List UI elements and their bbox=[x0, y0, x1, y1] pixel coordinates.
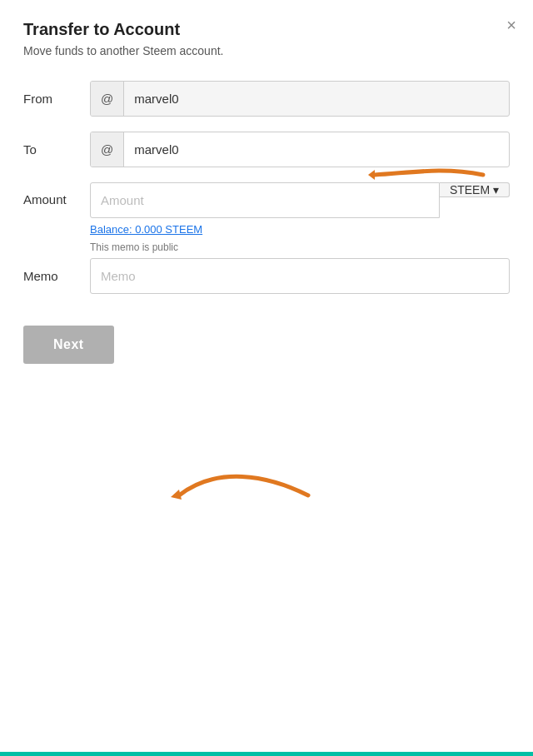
close-button[interactable]: × bbox=[506, 17, 516, 33]
from-row: From @ bbox=[23, 81, 510, 117]
memo-row: Memo bbox=[23, 258, 510, 294]
to-input[interactable] bbox=[124, 132, 509, 167]
from-input-wrapper: @ bbox=[90, 81, 510, 117]
amount-row: Amount STEEM ▾ Balance: 0.000 STEEM bbox=[23, 182, 510, 236]
from-input[interactable] bbox=[124, 82, 509, 116]
svg-marker-0 bbox=[368, 170, 375, 180]
to-row: To @ bbox=[23, 132, 510, 167]
dialog-subtitle: Move funds to another Steem account. bbox=[23, 44, 510, 57]
svg-marker-1 bbox=[171, 490, 182, 500]
to-at-symbol: @ bbox=[91, 132, 124, 167]
memo-input-wrapper bbox=[90, 258, 510, 294]
memo-hint: This memo is public bbox=[90, 241, 510, 253]
dialog-title: Transfer to Account bbox=[23, 20, 510, 39]
transfer-dialog: × Transfer to Account Move funds to anot… bbox=[0, 0, 533, 756]
from-at-symbol: @ bbox=[91, 82, 124, 116]
memo-input[interactable] bbox=[91, 259, 509, 293]
next-button[interactable]: Next bbox=[23, 326, 114, 364]
amount-input-wrapper bbox=[90, 182, 440, 218]
currency-select-button[interactable]: STEEM ▾ bbox=[440, 182, 510, 197]
from-label: From bbox=[23, 92, 90, 106]
balance-link[interactable]: Balance: 0.000 STEEM bbox=[90, 223, 202, 236]
amount-input[interactable] bbox=[91, 183, 439, 217]
amount-label: Amount bbox=[23, 182, 90, 206]
to-input-wrapper: @ bbox=[90, 132, 510, 167]
amount-section: STEEM ▾ Balance: 0.000 STEEM bbox=[90, 182, 510, 236]
to-label: To bbox=[23, 142, 90, 157]
memo-label: Memo bbox=[23, 269, 90, 283]
bottom-bar bbox=[0, 752, 533, 756]
